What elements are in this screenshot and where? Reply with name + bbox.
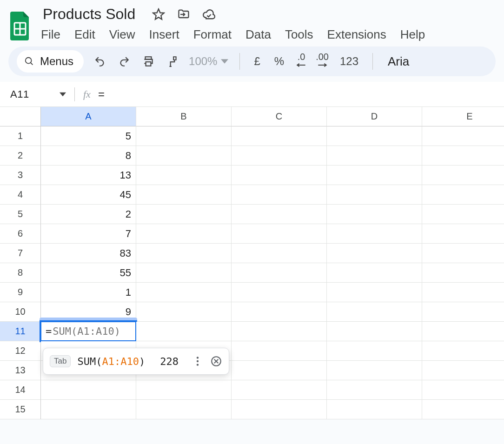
row-header[interactable]: 6: [0, 224, 41, 244]
redo-button[interactable]: [116, 53, 132, 69]
spreadsheet-grid[interactable]: ABCDE 152831344552677838559110911=SUM(A1…: [0, 107, 504, 419]
cell[interactable]: 45: [41, 185, 136, 205]
currency-button[interactable]: £: [251, 55, 263, 68]
cell[interactable]: [41, 380, 136, 400]
cell[interactable]: [136, 146, 232, 166]
column-header[interactable]: B: [136, 107, 232, 126]
name-box[interactable]: A11: [0, 88, 74, 100]
cell[interactable]: [422, 302, 504, 322]
cell[interactable]: [232, 302, 327, 322]
cell[interactable]: [136, 205, 232, 224]
cell[interactable]: [232, 263, 327, 283]
cell[interactable]: [232, 283, 327, 302]
cell[interactable]: [422, 244, 504, 263]
cell[interactable]: [232, 126, 327, 146]
font-select[interactable]: Aria: [384, 54, 409, 69]
cell[interactable]: 2: [41, 205, 136, 224]
cell[interactable]: [422, 361, 504, 380]
cell[interactable]: [422, 166, 504, 185]
menu-file[interactable]: File: [41, 27, 60, 42]
menu-format[interactable]: Format: [193, 27, 232, 42]
undo-button[interactable]: [92, 53, 108, 69]
select-all-corner[interactable]: [0, 107, 41, 126]
decrease-decimal-button[interactable]: .0: [295, 53, 307, 69]
cloud-status-icon[interactable]: [202, 8, 215, 21]
cell[interactable]: [422, 263, 504, 283]
document-title[interactable]: Products Sold: [41, 5, 137, 24]
cell[interactable]: [422, 322, 504, 341]
cell[interactable]: 1: [41, 283, 136, 302]
cell[interactable]: [327, 185, 422, 205]
cell[interactable]: [422, 126, 504, 146]
cell[interactable]: [232, 361, 327, 380]
row-header[interactable]: 1: [0, 126, 41, 146]
cell[interactable]: [327, 283, 422, 302]
cell[interactable]: [136, 263, 232, 283]
cell[interactable]: [422, 224, 504, 244]
cell[interactable]: [232, 400, 327, 419]
cell[interactable]: =SUM(A1:A10): [41, 322, 136, 341]
cell[interactable]: [327, 322, 422, 341]
cell[interactable]: 7: [41, 224, 136, 244]
move-icon[interactable]: [177, 8, 190, 21]
cell[interactable]: [422, 205, 504, 224]
cell[interactable]: [136, 283, 232, 302]
column-header[interactable]: A: [41, 107, 136, 126]
cell[interactable]: [232, 205, 327, 224]
cell[interactable]: [327, 302, 422, 322]
cell[interactable]: [327, 341, 422, 361]
zoom-select[interactable]: 100%: [189, 55, 228, 68]
cell[interactable]: [41, 400, 136, 419]
column-header[interactable]: C: [232, 107, 327, 126]
menu-view[interactable]: View: [109, 27, 135, 42]
cell[interactable]: [422, 400, 504, 419]
cell[interactable]: [136, 224, 232, 244]
row-header[interactable]: 13: [0, 361, 41, 380]
menu-extensions[interactable]: Extensions: [327, 27, 386, 42]
menu-data[interactable]: Data: [245, 27, 271, 42]
cell[interactable]: [136, 302, 232, 322]
cell[interactable]: [327, 380, 422, 400]
cell[interactable]: [327, 361, 422, 380]
cell[interactable]: 13: [41, 166, 136, 185]
cell[interactable]: [232, 224, 327, 244]
increase-decimal-button[interactable]: .00: [316, 53, 329, 69]
cell[interactable]: [327, 166, 422, 185]
dismiss-icon[interactable]: [210, 355, 222, 367]
cell[interactable]: [136, 380, 232, 400]
row-header[interactable]: 4: [0, 185, 41, 205]
row-header[interactable]: 8: [0, 263, 41, 283]
cell[interactable]: [232, 341, 327, 361]
cell[interactable]: [232, 380, 327, 400]
row-header[interactable]: 5: [0, 205, 41, 224]
cell[interactable]: [232, 146, 327, 166]
cell[interactable]: [327, 126, 422, 146]
row-header[interactable]: 10: [0, 302, 41, 322]
cell[interactable]: [232, 166, 327, 185]
cell[interactable]: 8: [41, 146, 136, 166]
menu-insert[interactable]: Insert: [149, 27, 179, 42]
cell[interactable]: [232, 185, 327, 205]
number-format-button[interactable]: 123: [337, 55, 361, 68]
cell[interactable]: [232, 244, 327, 263]
percent-button[interactable]: %: [272, 55, 287, 68]
row-header[interactable]: 12: [0, 341, 41, 361]
cell[interactable]: [232, 322, 327, 341]
menu-tools[interactable]: Tools: [285, 27, 313, 42]
cell[interactable]: [327, 244, 422, 263]
cell[interactable]: [136, 322, 232, 341]
cell[interactable]: 5: [41, 126, 136, 146]
print-button[interactable]: [140, 53, 156, 69]
cell[interactable]: [327, 400, 422, 419]
row-header[interactable]: 9: [0, 283, 41, 302]
cell[interactable]: 83: [41, 244, 136, 263]
row-header[interactable]: 11: [0, 322, 41, 341]
cell[interactable]: [136, 185, 232, 205]
cell[interactable]: [327, 263, 422, 283]
formula-bar-input[interactable]: =: [98, 88, 105, 101]
cell[interactable]: [422, 380, 504, 400]
cell[interactable]: [136, 166, 232, 185]
cell[interactable]: [136, 400, 232, 419]
sheets-logo[interactable]: [8, 9, 33, 42]
column-header[interactable]: D: [327, 107, 422, 126]
